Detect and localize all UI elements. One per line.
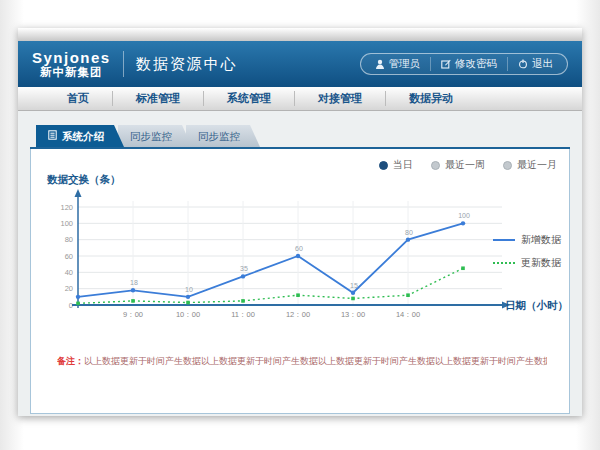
line-chart: 0204060801001209：0010：0011：0012：0013：001… <box>56 181 516 331</box>
logo: Synjones 新中新集团 <box>32 50 111 79</box>
svg-text:11：00: 11：00 <box>231 310 255 319</box>
radio-label: 当日 <box>393 158 413 172</box>
time-range-filter: 当日 最近一周 最近一月 <box>379 158 557 172</box>
user-icon <box>375 59 385 69</box>
radio-dot-icon <box>379 161 388 170</box>
tab-label: 系统介绍 <box>62 125 104 147</box>
dotted-line-swatch-icon <box>493 262 515 264</box>
svg-text:40: 40 <box>65 268 73 277</box>
radio-today[interactable]: 当日 <box>379 158 413 172</box>
document-icon <box>48 125 57 147</box>
tab-sync-monitor-1[interactable]: 同步监控 <box>118 125 192 147</box>
legend-item-new-data: 新增数据 <box>493 233 561 247</box>
change-password-label: 修改密码 <box>455 57 497 71</box>
chart-panel: 当日 最近一周 最近一月 数据交换（条） 0204060801001209：00… <box>30 149 570 414</box>
svg-text:60: 60 <box>295 245 303 252</box>
svg-text:14：00: 14：00 <box>396 310 420 319</box>
chart-legend: 新增数据 更新数据 <box>493 233 561 279</box>
tab-bar: 系统介绍 同步监控 同步监控 <box>36 125 570 147</box>
user-actions-bar: 管理员 修改密码 退出 <box>360 53 569 75</box>
nav-item-standard-mgmt[interactable]: 标准管理 <box>112 91 203 106</box>
nav-item-home[interactable]: 首页 <box>44 91 112 106</box>
legend-item-updated-data: 更新数据 <box>493 256 561 270</box>
logo-company: 新中新集团 <box>32 67 111 79</box>
header-divider <box>123 51 124 77</box>
svg-text:10：00: 10：00 <box>176 310 200 319</box>
radio-last-week[interactable]: 最近一周 <box>431 158 485 172</box>
app-title: 数据资源中心 <box>136 55 238 74</box>
nav-item-data-change[interactable]: 数据异动 <box>385 91 476 106</box>
svg-text:12：00: 12：00 <box>286 310 310 319</box>
nav-item-interface-mgmt[interactable]: 对接管理 <box>294 91 385 106</box>
svg-text:13：00: 13：00 <box>341 310 365 319</box>
svg-text:80: 80 <box>65 235 73 244</box>
svg-text:100: 100 <box>60 219 73 228</box>
footnote-text: 以上数据更新于时间产生数据以上数据更新于时间产生数据以上数据更新于时间产生数据以… <box>84 356 547 366</box>
window-top-strip <box>18 28 582 41</box>
solid-line-swatch-icon <box>493 239 515 241</box>
main-nav: 首页 标准管理 系统管理 对接管理 数据异动 <box>18 87 582 111</box>
tab-sync-monitor-2[interactable]: 同步监控 <box>186 125 260 147</box>
logout-label: 退出 <box>532 57 553 71</box>
app-header: Synjones 新中新集团 数据资源中心 管理员 修改密码 <box>18 41 582 87</box>
radio-label: 最近一月 <box>517 158 557 172</box>
logo-brand: Synjones <box>32 50 111 65</box>
tab-system-intro[interactable]: 系统介绍 <box>36 125 124 147</box>
edit-icon <box>441 59 451 69</box>
svg-text:9：00: 9：00 <box>123 310 143 319</box>
radio-dot-icon <box>503 161 512 170</box>
change-password-button[interactable]: 修改密码 <box>430 57 507 71</box>
tab-label: 同步监控 <box>130 130 172 142</box>
tab-label: 同步监控 <box>198 130 240 142</box>
radio-dot-icon <box>431 161 440 170</box>
admin-user-button[interactable]: 管理员 <box>365 57 431 71</box>
svg-text:60: 60 <box>65 252 73 261</box>
content-area: 系统介绍 同步监控 同步监控 当日 最近一周 <box>18 111 582 416</box>
radio-last-month[interactable]: 最近一月 <box>503 158 557 172</box>
svg-text:120: 120 <box>60 203 73 212</box>
svg-text:100: 100 <box>458 212 470 219</box>
svg-text:15: 15 <box>350 282 358 289</box>
svg-text:20: 20 <box>65 284 73 293</box>
nav-item-system-mgmt[interactable]: 系统管理 <box>203 91 294 106</box>
legend-label: 新增数据 <box>521 233 561 247</box>
svg-text:18: 18 <box>130 279 138 286</box>
admin-user-label: 管理员 <box>389 57 421 71</box>
svg-text:80: 80 <box>405 229 413 236</box>
footnote-label: 备注： <box>57 356 84 366</box>
footnote: 备注：以上数据更新于时间产生数据以上数据更新于时间产生数据以上数据更新于时间产生… <box>57 355 547 368</box>
logout-button[interactable]: 退出 <box>507 57 563 71</box>
svg-text:35: 35 <box>240 265 248 272</box>
svg-text:10: 10 <box>185 286 193 293</box>
radio-label: 最近一周 <box>445 158 485 172</box>
app-window: Synjones 新中新集团 数据资源中心 管理员 修改密码 <box>18 28 582 416</box>
x-axis-title: 日期（小时） <box>505 299 568 313</box>
legend-label: 更新数据 <box>521 256 561 270</box>
power-icon <box>518 59 528 69</box>
